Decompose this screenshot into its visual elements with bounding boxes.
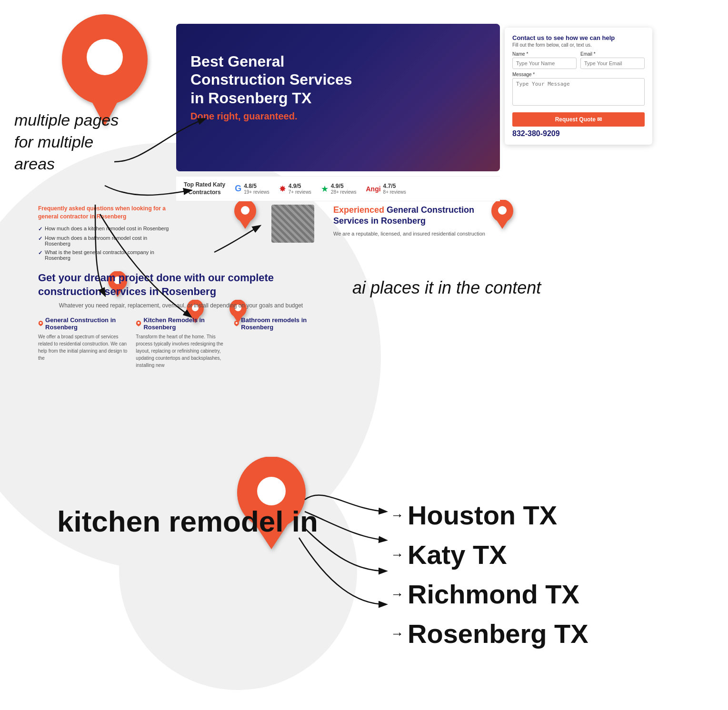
angi-star-score: 4.9/5 xyxy=(331,183,357,189)
hero-title: Best General Construction Services in Ro… xyxy=(190,52,352,107)
location-houston: → Houston TX xyxy=(390,500,588,531)
experienced-highlight: Experienced xyxy=(333,205,384,215)
svg-marker-29 xyxy=(137,325,141,326)
faq-check-icon-1: ✓ xyxy=(38,226,42,232)
ai-annotation: ai places it in the content xyxy=(352,276,541,300)
service-cards: General Construction in Rosenberg We off… xyxy=(38,316,324,369)
service-card-bathroom: Bathroom remodels in Rosenberg xyxy=(234,316,324,369)
arrow-richmond: → xyxy=(390,587,404,602)
kitchen-remodel-text: kitchen remodel in xyxy=(57,505,318,538)
faq-item-1: ✓ How much does a kitchen remodel cost i… xyxy=(38,226,171,232)
angi-rating: Angi 4.7/5 8+ reviews xyxy=(366,183,406,195)
angi-score: 4.7/5 xyxy=(383,183,406,189)
kitchen-card-desc: Transform the heart of the home. This pr… xyxy=(136,333,226,369)
yelp-reviews: 7+ reviews xyxy=(289,189,311,195)
contact-form: Contact us to see how we can help Fill o… xyxy=(505,28,652,145)
email-input[interactable] xyxy=(580,58,645,69)
service-image xyxy=(271,205,314,243)
svg-marker-26 xyxy=(39,325,43,326)
angi-logo-icon: Angi xyxy=(366,185,381,193)
middle-subtitle: Whatever you need repair, replacement, o… xyxy=(38,302,324,309)
yelp-rating: ✸ 4.9/5 7+ reviews xyxy=(279,183,311,195)
location-katy: → Katy TX xyxy=(390,539,588,570)
bathroom-pin-icon xyxy=(234,320,239,327)
service-card-general: General Construction in Rosenberg We off… xyxy=(38,316,128,369)
message-label: Message * xyxy=(512,72,645,77)
general-card-desc: We offer a broad spectrum of services re… xyxy=(38,333,128,362)
svg-point-25 xyxy=(40,322,42,324)
faq-section: Frequently asked questions when looking … xyxy=(38,205,171,264)
arrow-katy: → xyxy=(390,547,404,562)
faq-check-icon-2: ✓ xyxy=(38,236,42,242)
location-list: → Houston TX → Katy TX → Richmond TX → R… xyxy=(390,500,588,649)
location-rosenberg: → Rosenberg TX xyxy=(390,618,588,649)
houston-text: Houston TX xyxy=(408,500,557,531)
kitchen-pin-icon xyxy=(136,320,141,327)
yelp-score: 4.9/5 xyxy=(289,183,311,189)
middle-title: Get your dream project done with our com… xyxy=(38,271,324,298)
form-name-group: Name * xyxy=(512,51,577,69)
request-quote-button[interactable]: Request Quote ✉ xyxy=(512,112,645,127)
angi-star-icon: ★ xyxy=(321,184,329,194)
form-subtitle: Fill out the form below, call or, text u… xyxy=(512,42,645,48)
ratings-bar: Top Rated KatyContractors G 4.8/5 19+ re… xyxy=(176,176,500,201)
faq-text-1: How much does a kitchen remodel cost in … xyxy=(45,226,169,231)
richmond-text: Richmond TX xyxy=(408,579,579,610)
google-score: 4.8/5 xyxy=(244,183,269,189)
google-reviews: 19+ reviews xyxy=(244,189,269,195)
google-rating: G 4.8/5 19+ reviews xyxy=(235,183,269,195)
svg-point-1 xyxy=(87,39,123,75)
annotation-text: multiple pages for multiple areas xyxy=(14,111,119,173)
google-icon: G xyxy=(235,184,241,194)
general-pin-icon xyxy=(38,320,43,327)
faq-item-3: ✓ What is the best general contractor co… xyxy=(38,249,171,261)
faq-text-2: How much does a bathroom remodel cost in… xyxy=(45,235,171,247)
angi-reviews: 8+ reviews xyxy=(383,189,406,195)
experienced-title: Experienced General Construction Service… xyxy=(333,205,495,227)
svg-marker-32 xyxy=(234,325,238,326)
form-message-group: Message * xyxy=(512,72,645,108)
faq-item-2: ✓ How much does a bathroom remodel cost … xyxy=(38,235,171,247)
form-email-group: Email * xyxy=(580,51,645,69)
service-card-kitchen: Kitchen Remodels in Rosenberg Transform … xyxy=(136,316,226,369)
name-input[interactable] xyxy=(512,58,577,69)
experienced-desc: We are a reputable, licensed, and insure… xyxy=(333,230,495,238)
rosenberg-text: Rosenberg TX xyxy=(408,618,588,649)
svg-point-10 xyxy=(498,206,507,215)
arrow-houston: → xyxy=(390,508,404,523)
email-label: Email * xyxy=(580,51,645,57)
angi-star-reviews: 28+ reviews xyxy=(331,189,357,195)
faq-text-3: What is the best general contractor comp… xyxy=(45,249,171,261)
multiple-pages-annotation: multiple pages for multiple areas xyxy=(14,109,133,175)
svg-marker-11 xyxy=(494,217,510,229)
ai-annotation-text: ai places it in the content xyxy=(352,278,541,297)
bottom-section: kitchen remodel in xyxy=(57,504,318,538)
service-image-inner xyxy=(271,205,314,243)
svg-point-31 xyxy=(235,322,237,324)
name-label: Name * xyxy=(512,51,577,57)
faq-title: Frequently asked questions when looking … xyxy=(38,205,171,221)
location-richmond: → Richmond TX xyxy=(390,579,588,610)
message-input[interactable] xyxy=(512,78,645,106)
katy-text: Katy TX xyxy=(408,539,507,570)
svg-point-22 xyxy=(257,477,286,505)
angi-star-rating: ★ 4.9/5 28+ reviews xyxy=(321,183,357,195)
hero-section: Best General Construction Services in Ro… xyxy=(176,24,500,171)
yelp-icon: ✸ xyxy=(279,184,286,194)
bathroom-card-title: Bathroom remodels in Rosenberg xyxy=(234,316,324,331)
pin-faq-icon xyxy=(233,200,257,229)
svg-point-28 xyxy=(138,322,140,324)
svg-point-7 xyxy=(241,206,249,215)
kitchen-card-title: Kitchen Remodels in Rosenberg xyxy=(136,316,226,331)
form-name-email-row: Name * Email * xyxy=(512,51,645,69)
experienced-section: Experienced General Construction Service… xyxy=(333,205,495,237)
arrow-rosenberg: → xyxy=(390,626,404,641)
pin-faq xyxy=(233,200,257,231)
general-card-title: General Construction in Rosenberg xyxy=(38,316,128,331)
hero-subtitle: Done right, guaranteed. xyxy=(190,111,352,122)
ratings-label: Top Rated KatyContractors xyxy=(184,181,225,196)
faq-check-icon-3: ✓ xyxy=(38,250,42,256)
phone-number: 832-380-9209 xyxy=(512,129,645,138)
hero-content: Best General Construction Services in Ro… xyxy=(190,52,352,122)
middle-section: Get your dream project done with our com… xyxy=(38,271,324,369)
